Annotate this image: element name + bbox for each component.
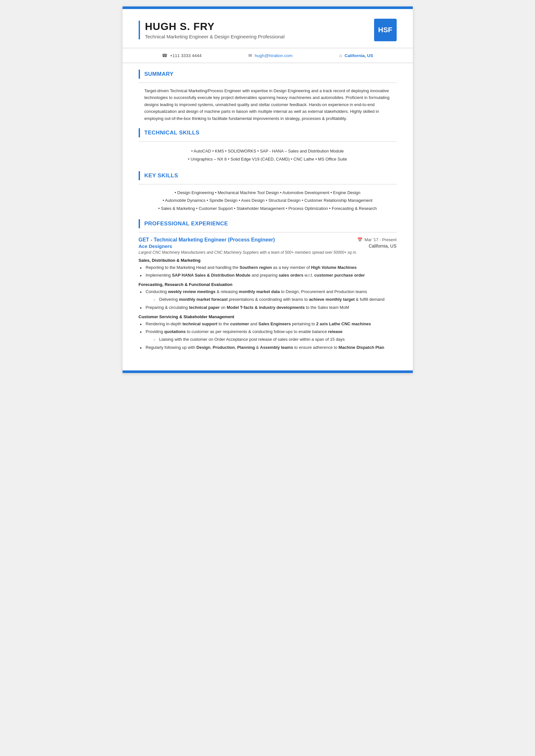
- summary-title: SUMMARY: [145, 71, 174, 77]
- location-text: California, US: [345, 53, 374, 58]
- technical-skills-line1: • AutoCAD • KMS • SOLIDWORKS • SAP - HAN…: [139, 147, 397, 155]
- technical-skills-border: [139, 128, 140, 137]
- key-skills-section: KEY SKILLS • Design Engineering • Mechan…: [139, 171, 397, 213]
- experience-divider: [139, 232, 397, 232]
- experience-title: PROFESSIONAL EXPERIENCE: [145, 221, 228, 227]
- list-item: Implementing SAP HANA Sales & Distributi…: [140, 272, 397, 279]
- list-item: Reporting to the Marketing Head and hand…: [140, 264, 397, 271]
- experience-section: PROFESSIONAL EXPERIENCE GET - Technical …: [139, 219, 397, 351]
- header-section: HUGH S. FRY Technical Marketing Engineer…: [123, 9, 413, 48]
- phone-contact: +111 3333 4444: [162, 53, 202, 58]
- key-skills-divider: [139, 184, 397, 184]
- key-skills-header: KEY SKILLS: [139, 171, 397, 180]
- top-bar: [123, 7, 413, 9]
- technical-skills-header: TECHNICAL SKILLS: [139, 128, 397, 137]
- list-item: Preparing & circulating technical paper …: [140, 304, 397, 311]
- key-skills-line2: • Automobile Dynamics • Spindle Design •…: [139, 197, 397, 205]
- list-item: Delivering monthly market forecast prese…: [154, 296, 397, 303]
- calendar-icon: 📅: [357, 237, 362, 242]
- list-item: Conducting weekly review meetings & rele…: [140, 288, 397, 303]
- key-skills-title: KEY SKILLS: [145, 173, 178, 179]
- sub-list: Liaising with the customer on Order Acce…: [146, 336, 397, 343]
- subsection-forecasting-title: Forecasting, Research & Functional Evalu…: [139, 282, 397, 287]
- technical-skills-section: TECHNICAL SKILLS • AutoCAD • KMS • SOLID…: [139, 128, 397, 164]
- key-skills-line3: • Sales & Marketing • Customer Support •…: [139, 205, 397, 213]
- phone-icon: [162, 53, 167, 58]
- subsection-customer-title: Customer Servicing & Stakeholder Managem…: [139, 314, 397, 319]
- list-item: Regularly following up with Design, Prod…: [140, 344, 397, 351]
- subsection-sales-title: Sales, Distribution & Marketing: [139, 258, 397, 263]
- header-left: HUGH S. FRY Technical Marketing Engineer…: [139, 21, 285, 39]
- summary-header: SUMMARY: [139, 69, 397, 79]
- sales-bullets: Reporting to the Marketing Head and hand…: [139, 264, 397, 279]
- technical-skills-list: • AutoCAD • KMS • SOLIDWORKS • SAP - HAN…: [139, 146, 397, 164]
- summary-text: Target-driven Technical Marketing/Proces…: [139, 87, 397, 122]
- forecasting-bullets: Conducting weekly review meetings & rele…: [139, 288, 397, 311]
- list-item: Providing quotations to customer as per …: [140, 329, 397, 343]
- key-skills-list: • Design Engineering • Mechanical Machin…: [139, 189, 397, 213]
- job-title: GET - Technical Marketing Engineer (Proc…: [139, 237, 275, 243]
- sub-list: Delivering monthly market forecast prese…: [146, 296, 397, 303]
- list-item: Liaising with the customer on Order Acce…: [154, 336, 397, 343]
- summary-section: SUMMARY Target-driven Technical Marketin…: [139, 69, 397, 122]
- bottom-bar: [123, 370, 413, 373]
- technical-skills-divider: [139, 141, 397, 142]
- job-date: 📅 Mar '17 - Present: [357, 237, 396, 242]
- email-contact: hugh@hiration.com: [248, 53, 293, 58]
- contact-bar: +111 3333 4444 hugh@hiration.com Califor…: [123, 48, 413, 63]
- job-date-text: Mar '17 - Present: [364, 237, 396, 242]
- job-location: California, US: [369, 243, 396, 249]
- list-item: Rendering in-depth technical support to …: [140, 321, 397, 328]
- job-header: GET - Technical Marketing Engineer (Proc…: [139, 237, 397, 243]
- location-contact: California, US: [339, 53, 373, 58]
- candidate-name: HUGH S. FRY: [145, 21, 285, 33]
- key-skills-line1: • Design Engineering • Mechanical Machin…: [139, 189, 397, 197]
- resume-container: HUGH S. FRY Technical Marketing Engineer…: [123, 7, 413, 373]
- avatar-badge: HSF: [374, 19, 397, 41]
- technical-skills-line2: • Unigraphics – NX 8 • Solid Edge V19 (C…: [139, 155, 397, 163]
- summary-divider: [139, 83, 397, 83]
- candidate-title: Technical Marketing Engineer & Design En…: [145, 34, 285, 39]
- email-link[interactable]: hugh@hiration.com: [255, 53, 293, 58]
- job-company-row: Ace Designers California, US: [139, 243, 397, 249]
- job-description: Largest CNC Machinery Manufacturers and …: [139, 250, 397, 255]
- experience-header: PROFESSIONAL EXPERIENCE: [139, 219, 397, 228]
- customer-bullets: Rendering in-depth technical support to …: [139, 321, 397, 351]
- experience-border: [139, 219, 140, 228]
- location-icon: [339, 53, 342, 58]
- email-icon: [248, 53, 252, 58]
- key-skills-border: [139, 171, 140, 180]
- technical-skills-title: TECHNICAL SKILLS: [145, 130, 200, 136]
- summary-border: [139, 69, 140, 79]
- job-company: Ace Designers: [139, 243, 172, 249]
- phone-number: +111 3333 4444: [170, 53, 202, 58]
- main-content: SUMMARY Target-driven Technical Marketin…: [123, 63, 413, 367]
